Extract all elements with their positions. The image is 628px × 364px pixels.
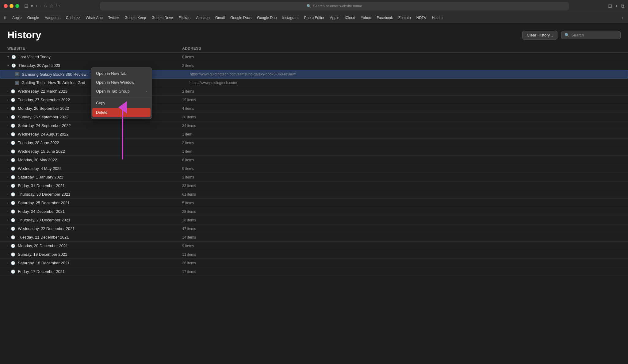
group-4-may-2022[interactable]: › 🕐 Wednesday, 4 May 2022 9 items [0, 164, 628, 173]
group-30-may-2022[interactable]: › 🕐 Monday, 30 May 2022 6 items [0, 156, 628, 164]
window-mode-icon[interactable]: ⊡ [608, 3, 612, 9]
group-label: Thursday, 23 December 2021 [18, 218, 70, 222]
clock-icon: 🕐 [11, 235, 15, 239]
group-1-jan-2022[interactable]: › 🕐 Saturday, 1 January 2022 2 items [0, 173, 628, 182]
group-22-dec-2021[interactable]: › 🕐 Wednesday, 22 December 2021 47 items [0, 224, 628, 233]
group-last-visited-today[interactable]: ▾ 🕐 Last Visited Today 0 items [0, 53, 628, 61]
group-label: Monday, 30 May 2022 [18, 158, 57, 162]
group-15-jun-2022[interactable]: › 🕐 Wednesday, 15 June 2022 1 item [0, 147, 628, 156]
group-23-dec-2021[interactable]: › 🕐 Thursday, 23 December 2021 18 items [0, 216, 628, 224]
bookmark-cricbuzz[interactable]: Cricbuzz [63, 14, 83, 21]
clock-icon: 🕐 [11, 141, 15, 145]
back-button[interactable]: ‹ [36, 3, 37, 9]
open-new-window-label: Open in New Window [96, 80, 134, 85]
bookmark-ndtv[interactable]: NDTV [414, 14, 429, 21]
bookmark-zomato[interactable]: Zomato [396, 14, 413, 21]
search-box[interactable]: 🔍 [561, 31, 621, 39]
website-url: https://www.guidingtech.com/samsung-gala… [190, 72, 620, 76]
group-label: Saturday, 18 December 2021 [18, 261, 70, 265]
bookmark-yahoo[interactable]: Yahoo [358, 14, 374, 21]
table-header: Website Address [0, 44, 628, 53]
bookmark-google-duo[interactable]: Google Duo [255, 14, 279, 21]
forward-button[interactable]: › [40, 3, 41, 9]
group-label: Saturday, 1 January 2022 [18, 175, 63, 179]
group-count: 1 item [182, 149, 621, 154]
bookmark-hangouts[interactable]: Hangouts [42, 14, 63, 21]
close-button[interactable] [4, 4, 8, 8]
context-menu-delete[interactable]: Delete [92, 108, 151, 117]
clock-icon: 🕐 [11, 167, 15, 171]
bookmark-photo-editor[interactable]: Photo Editor [302, 14, 327, 21]
bookmark-google[interactable]: Google [25, 14, 42, 21]
group-24-sep-2022[interactable]: › 🕐 Saturday, 24 September 2022 34 items [0, 121, 628, 130]
bookmark-google-docs[interactable]: Google Docs [228, 14, 254, 21]
titlebar: ⊟ ▾ ‹ › ⌂ ☆ 🛡 🔍 Search or enter website … [0, 0, 628, 12]
website-title: Samsung Galaxy Book3 360 Review: [22, 72, 88, 77]
group-17-dec-2021[interactable]: › 🕐 Friday, 17 December 2021 17 items [0, 267, 628, 276]
group-28-jun-2022[interactable]: › 🕐 Tuesday, 28 June 2022 2 items [0, 139, 628, 147]
group-30-dec-2021[interactable]: › 🕐 Thursday, 30 December 2021 61 items [0, 190, 628, 199]
group-label: Thursday, 30 December 2021 [18, 192, 70, 197]
clock-icon: 🕐 [11, 149, 15, 154]
website-title: Guiding Tech - How To Articles, Gad [21, 80, 85, 85]
minimize-button[interactable] [10, 4, 13, 8]
new-tab-button[interactable]: + [615, 3, 618, 9]
group-label: Saturday, 25 December 2021 [18, 201, 70, 205]
search-input[interactable] [571, 33, 617, 37]
sidebar-toggle-chevron[interactable]: ▾ [31, 3, 33, 9]
bookmark-button[interactable]: ☆ [49, 3, 53, 9]
bookmark-google-keep[interactable]: Google Keep [122, 14, 148, 21]
chevron-right-icon: › [7, 227, 8, 230]
group-count: 20 items [182, 115, 621, 119]
home-button[interactable]: ⌂ [44, 3, 47, 9]
bookmark-instagram[interactable]: Instagram [280, 14, 301, 21]
bookmark-apple2[interactable]: Apple [327, 14, 342, 21]
group-20-dec-2021[interactable]: › 🕐 Monday, 20 December 2021 9 items [0, 242, 628, 250]
bookmark-gmail[interactable]: Gmail [213, 14, 227, 21]
bookmark-amazon[interactable]: Amazon [194, 14, 212, 21]
bookmark-twitter[interactable]: Twitter [106, 14, 121, 21]
fullscreen-button[interactable] [15, 4, 19, 8]
clear-history-button[interactable]: Clear History... [522, 31, 557, 40]
bookmark-hotstar[interactable]: Hotstar [429, 14, 446, 21]
website-url: https://www.guidingtech.com/ [190, 81, 621, 85]
bookmark-flipkart[interactable]: Flipkart [176, 14, 193, 21]
group-count: 33 items [182, 184, 621, 188]
apps-grid-icon[interactable]: ⠿ [2, 14, 8, 21]
group-label: Thursday, 20 April 2023 [18, 63, 60, 68]
context-menu-copy[interactable]: Copy [91, 98, 152, 107]
group-31-dec-2021[interactable]: › 🕐 Friday, 31 December 2021 33 items [0, 182, 628, 190]
delete-label: Delete [96, 110, 108, 115]
group-label: Tuesday, 21 December 2021 [18, 235, 69, 239]
bookmark-icloud[interactable]: iCloud [343, 14, 358, 21]
group-25-dec-2021[interactable]: › 🕐 Saturday, 25 December 2021 5 items [0, 199, 628, 207]
clock-icon: 🕐 [11, 270, 15, 274]
titlebar-controls: ⊟ ▾ ‹ › ⌂ ☆ 🛡 [24, 3, 61, 9]
context-menu-open-new-window[interactable]: Open in New Window [91, 78, 152, 87]
group-24-dec-2021[interactable]: › 🕐 Friday, 24 December 2021 28 items [0, 207, 628, 216]
group-count: 34 items [182, 124, 621, 128]
tabs-overview-icon[interactable]: ⧉ [621, 3, 624, 9]
context-menu-open-new-tab[interactable]: Open in New Tab [91, 69, 152, 78]
group-21-dec-2021[interactable]: › 🕐 Tuesday, 21 December 2021 14 items [0, 233, 628, 242]
bookmark-apple[interactable]: Apple [10, 14, 24, 21]
group-label: Friday, 24 December 2021 [18, 209, 65, 214]
group-24-aug-2022[interactable]: › 🕐 Wednesday, 24 August 2022 1 item [0, 130, 628, 139]
group-18-dec-2021[interactable]: › 🕐 Saturday, 18 December 2021 26 items [0, 259, 628, 267]
clock-icon: 🕐 [11, 106, 15, 111]
chevron-right-icon: › [7, 115, 8, 119]
bookmark-facebook[interactable]: Facebook [374, 14, 395, 21]
address-bar[interactable]: 🔍 Search or enter website name [100, 2, 569, 10]
favicon-icon: G [15, 72, 19, 76]
clock-icon: 🕐 [11, 63, 16, 68]
context-menu-open-tab-group[interactable]: Open in Tab Group › [91, 87, 152, 96]
sidebar-toggle-icon[interactable]: ⊟ [24, 3, 28, 9]
chevron-right-icon: › [7, 167, 8, 170]
bookmark-whatsapp[interactable]: WhatsApp [83, 14, 105, 21]
bookmarks-overflow-button[interactable]: › [619, 14, 626, 21]
chevron-down-icon: ▾ [7, 55, 9, 59]
bookmark-google-drive[interactable]: Google Drive [149, 14, 175, 21]
group-19-dec-2021[interactable]: › 🕐 Sunday, 19 December 2021 11 items [0, 250, 628, 259]
group-count: 2 items [182, 63, 621, 68]
chevron-right-icon: › [7, 253, 8, 256]
